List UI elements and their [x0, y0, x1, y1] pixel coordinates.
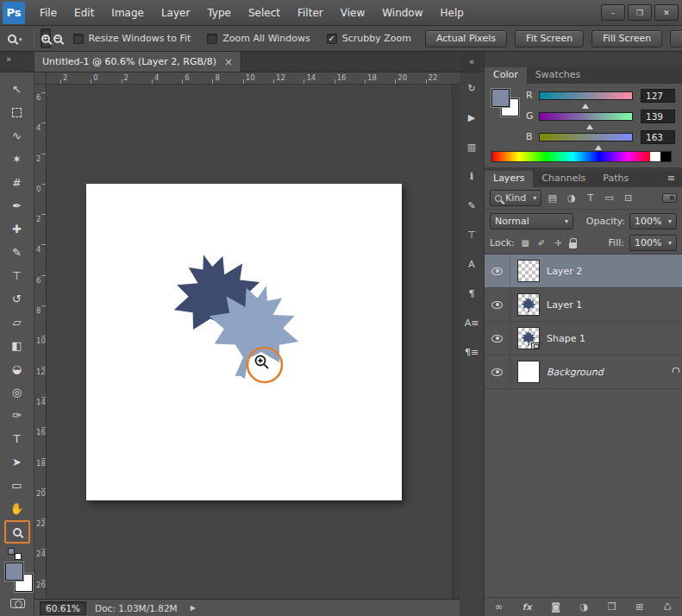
paragraph-styles-panel-icon[interactable]: ¶≡ — [464, 345, 479, 359]
document-tab[interactable]: Untitled-1 @ 60.6% (Layer 2, RGB/8) × — [34, 52, 241, 72]
filter-toggle-switch[interactable] — [662, 193, 677, 203]
close-button[interactable]: ✕ — [654, 4, 679, 21]
link-layers-icon[interactable]: ∞ — [495, 602, 503, 612]
menu-item[interactable]: Image — [103, 0, 153, 26]
shape-tool[interactable]: ▭ — [4, 474, 30, 497]
lasso-tool[interactable]: ∿ — [4, 124, 30, 148]
document-canvas[interactable] — [86, 184, 402, 500]
visibility-cell[interactable] — [485, 355, 510, 388]
vertical-scrollbar[interactable] — [452, 85, 460, 599]
new-adjustment-layer-icon[interactable]: ◑ — [580, 602, 589, 612]
blur-tool[interactable]: ◒ — [4, 357, 30, 380]
tab-paths[interactable]: Paths — [594, 171, 637, 187]
blue-value-field[interactable]: 163 — [641, 130, 675, 144]
options-button[interactable]: Print Size — [670, 30, 682, 47]
layer-name[interactable]: Layer 1 — [547, 299, 582, 311]
layer-name[interactable]: Layer 2 — [547, 266, 582, 277]
clone-stamp-tool[interactable]: ⊤ — [4, 264, 30, 287]
layer-thumbnail[interactable] — [517, 361, 540, 383]
new-layer-icon[interactable]: ⊞ — [635, 602, 643, 612]
layer-row-layer-2[interactable]: Layer 2 — [485, 255, 682, 288]
dock-collapse[interactable]: « — [460, 52, 484, 72]
visibility-cell[interactable] — [485, 255, 510, 287]
menu-item[interactable]: Type — [198, 0, 240, 26]
lock-pixels-icon[interactable]: ✐ — [536, 238, 547, 248]
pen-tool[interactable]: ✑ — [4, 404, 30, 427]
menu-item[interactable]: Select — [240, 0, 289, 26]
checkbox-box[interactable]: ✓ — [327, 34, 337, 44]
menu-item[interactable]: File — [31, 0, 66, 26]
lock-transparency-icon[interactable]: ▦ — [520, 238, 531, 248]
horizontal-ruler[interactable]: 20246810121416182022 — [47, 72, 460, 85]
zoom-tool-preset[interactable]: ▾ — [6, 35, 28, 43]
gradient-tool[interactable]: ◧ — [4, 334, 30, 357]
lock-all-icon[interactable] — [569, 242, 577, 248]
tab-channels[interactable]: Channels — [533, 171, 594, 187]
zoom-out-button[interactable] — [53, 28, 63, 48]
color-spectrum-ramp[interactable] — [491, 151, 672, 162]
eraser-tool[interactable]: ▱ — [4, 311, 30, 334]
filter-kind-select[interactable]: Kind ▾ — [490, 190, 541, 206]
layer-row-layer-1[interactable]: Layer 1 — [485, 288, 682, 322]
red-slider-track[interactable] — [539, 91, 633, 100]
checkbox-box[interactable] — [207, 34, 217, 44]
layer-thumbnail[interactable] — [517, 260, 540, 282]
zoom-tool[interactable] — [4, 520, 30, 544]
menu-item[interactable]: Help — [432, 0, 472, 26]
layer-thumbnail[interactable] — [517, 293, 540, 316]
layer-name[interactable]: Background — [547, 367, 604, 378]
layer-thumbnail[interactable] — [517, 327, 540, 349]
filter-smart-objects-icon[interactable]: ⊡ — [620, 191, 636, 206]
visibility-cell[interactable] — [485, 288, 510, 321]
minimize-button[interactable]: – — [601, 4, 625, 21]
layer-styles-icon[interactable]: fx — [522, 603, 532, 612]
default-colors-icon[interactable] — [8, 548, 22, 560]
crop-tool[interactable]: # — [4, 171, 30, 194]
filter-adjustment-layers-icon[interactable]: ◑ — [563, 191, 579, 206]
foreground-color-swatch[interactable] — [5, 563, 23, 581]
path-selection-tool[interactable]: ➤ — [4, 450, 30, 474]
menu-item[interactable]: Window — [373, 0, 431, 26]
blend-mode-select[interactable]: Normal ▾ — [490, 213, 573, 229]
spectrum-black-cap[interactable] — [660, 152, 671, 161]
marquee-tool[interactable] — [4, 101, 30, 124]
actions-panel-icon[interactable]: ▶ — [464, 110, 479, 124]
blue-slider-thumb[interactable] — [595, 141, 602, 150]
new-group-icon[interactable]: ❒ — [608, 602, 616, 612]
eye-icon[interactable] — [491, 301, 503, 309]
panel-menu-icon[interactable]: ≡ — [660, 171, 682, 187]
lock-position-icon[interactable]: ✛ — [553, 238, 564, 248]
info-panel-icon[interactable]: ℹ — [464, 169, 479, 183]
hand-tool[interactable]: ✋ — [4, 497, 30, 520]
filter-type-layers-icon[interactable]: T — [582, 191, 598, 206]
red-value-field[interactable]: 127 — [641, 89, 675, 103]
spectrum-white-cap[interactable] — [650, 152, 660, 161]
foreground-color-swatch[interactable] — [491, 89, 510, 107]
opacity-select[interactable]: 100% ▾ — [629, 213, 677, 229]
quick-mask-icon[interactable] — [10, 599, 25, 608]
history-panel-icon[interactable]: ↻ — [464, 81, 479, 95]
clone-source-panel-icon[interactable]: ⊤ — [464, 228, 479, 242]
eyedropper-tool[interactable]: ✒ — [4, 194, 30, 217]
tab-layers[interactable]: Layers — [485, 171, 533, 187]
fill-select[interactable]: 100% ▾ — [629, 235, 677, 251]
type-tool[interactable]: T — [4, 427, 30, 450]
healing-brush-tool[interactable]: ✚ — [4, 217, 30, 241]
green-slider-thumb[interactable] — [586, 121, 593, 129]
menu-item[interactable]: Edit — [66, 0, 103, 26]
eye-icon[interactable] — [491, 368, 503, 376]
tab-swatches[interactable]: Swatches — [527, 67, 590, 84]
paragraph-panel-icon[interactable]: ¶ — [464, 286, 479, 300]
green-value-field[interactable]: 139 — [641, 110, 675, 123]
toolbar-expand[interactable]: » — [0, 52, 34, 72]
zoom-in-button[interactable] — [41, 28, 51, 48]
delete-layer-icon[interactable]: ♺ — [663, 602, 672, 612]
red-slider-thumb[interactable] — [582, 100, 589, 109]
status-menu-arrow[interactable]: ▶ — [186, 602, 200, 613]
blue-slider-track[interactable] — [539, 133, 633, 141]
options-checkbox[interactable]: Resize Windows to Fit — [73, 33, 191, 44]
menu-item[interactable]: View — [332, 0, 373, 26]
character-panel-icon[interactable]: A — [464, 257, 479, 271]
options-button[interactable]: Fill Screen — [591, 30, 662, 47]
dodge-tool[interactable]: ◎ — [4, 380, 30, 404]
